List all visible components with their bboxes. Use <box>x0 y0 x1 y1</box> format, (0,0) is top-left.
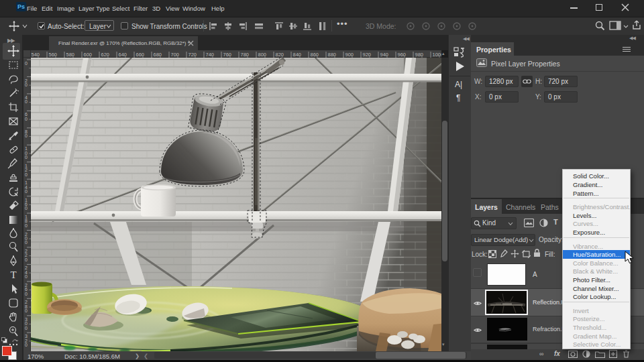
svg-text:300: 300 <box>25 317 28 330</box>
svg-text:20: 20 <box>25 78 28 87</box>
svg-text:220: 220 <box>25 249 28 262</box>
svg-text:260: 260 <box>25 283 28 296</box>
svg-text:T: T <box>10 269 16 280</box>
svg-text:240: 240 <box>25 265 28 279</box>
svg-text:280: 280 <box>25 300 28 313</box>
svg-text:320: 320 <box>25 334 28 347</box>
svg-text:120: 120 <box>25 164 28 177</box>
svg-text:0: 0 <box>25 61 28 66</box>
svg-text:40: 40 <box>25 95 28 104</box>
svg-text:140: 140 <box>25 180 28 194</box>
svg-text:1000: 1000 <box>433 52 442 58</box>
svg-text:200: 200 <box>25 232 28 245</box>
svg-text:60: 60 <box>25 112 28 121</box>
svg-text:100: 100 <box>25 146 28 160</box>
svg-text:80: 80 <box>25 129 28 138</box>
svg-text:160: 160 <box>25 198 28 211</box>
svg-text:180: 180 <box>25 215 28 228</box>
